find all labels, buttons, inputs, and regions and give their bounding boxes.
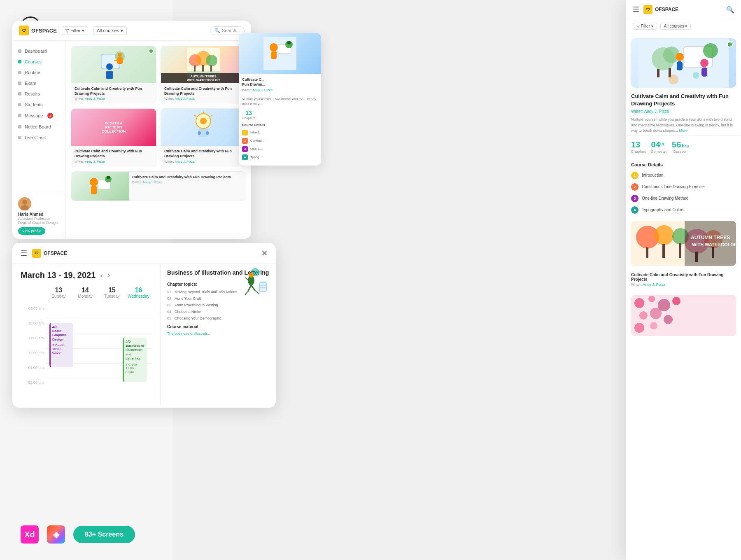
cal-left: March 13 - 19, 2021 ‹ › 13 Sunday 14 Mon… <box>12 264 161 406</box>
card-img-2: AUTUMN TREESWITH WATERCOLOR <box>161 46 246 83</box>
sidebar-item-routine[interactable]: Routine <box>12 67 65 78</box>
cal-close-icon[interactable]: ✕ <box>261 249 268 258</box>
ds-courses-btn[interactable]: All courses ▾ <box>93 26 127 35</box>
svg-rect-35 <box>271 51 277 59</box>
svg-point-45 <box>249 273 254 278</box>
svg-rect-53 <box>657 69 659 77</box>
dp-pattern-card[interactable]: DESIGN APATTERNCOLLECTION <box>631 295 736 336</box>
sidebar-item-students[interactable]: Students <box>12 99 65 110</box>
svg-text:AUTUMN TREES: AUTUMN TREES <box>691 235 730 240</box>
bottom-bar: Xd ◈ 83+ Screens <box>21 525 152 544</box>
svg-rect-47 <box>259 282 267 292</box>
sidebar-item-courses[interactable]: Courses <box>12 56 65 67</box>
course-card-5[interactable]: Cultivate Calm and Creativity with Fun D… <box>71 171 246 201</box>
dp-autumn-card[interactable]: AUTUMN TREES WITH WATERCOLOR <box>631 221 736 266</box>
dp-header: ☰ 🛡 OFSPACE 🔍 <box>626 0 741 19</box>
course-card-4[interactable]: Cultivate Calm and Creativity with Fun D… <box>161 108 246 167</box>
dp-autumn-title: Cultivate Calm and Creativity with Fun D… <box>626 271 741 282</box>
svg-point-10 <box>106 63 113 70</box>
card-writer-3: Writer: Andy J. Pizza <box>75 160 153 163</box>
cal-day-14: 14 Monday <box>72 287 99 299</box>
cal-topic-4: 04 Choose a Niche <box>167 310 269 314</box>
xd-icon: Xd <box>21 525 39 544</box>
svg-rect-62 <box>701 68 707 77</box>
svg-rect-16 <box>194 65 196 72</box>
dp-course-title: Cultivate Calm and Creativity with Fun D… <box>626 93 741 107</box>
dp-writer: Writer: Andy J. Pizza <box>626 107 741 115</box>
cal-topic-3: 03 From Practicing to Posting <box>167 303 269 307</box>
view-profile-button[interactable]: View profile <box>18 227 45 235</box>
ds-header: 🛡 OFSPACE ▽ Filter ▾ All courses ▾ 🔍 Sea… <box>12 21 251 41</box>
profile-name: Haris Ahmed <box>18 212 60 217</box>
dp-hero-img <box>631 38 736 88</box>
cal-date-range: March 13 - 19, 2021 <box>21 271 96 280</box>
dp-search-icon[interactable]: 🔍 <box>726 6 734 14</box>
course-card-2[interactable]: AUTUMN TREESWITH WATERCOLOR Cultivate Ca… <box>161 46 246 104</box>
course-card-1[interactable]: Cultivate Calm and Creativity with Fun D… <box>71 46 156 104</box>
detail-row-4: 4 Typog... <box>239 153 321 161</box>
ds-sidebar: Dashboard Courses Routine Exam Results S… <box>12 41 66 239</box>
nav-dot <box>18 92 21 96</box>
sidebar-item-exam[interactable]: Exam <box>12 78 65 89</box>
screens-button[interactable]: 83+ Screens <box>73 526 135 543</box>
cal-next-btn[interactable]: › <box>108 272 110 279</box>
card-body-5: Cultivate Calm and Creativity with Fun D… <box>129 172 246 201</box>
sidebar-item-noticeboard[interactable]: Notice Board <box>12 121 65 132</box>
middle-card: Cultivate C...Fun Drawin... Writer: Andy… <box>239 33 321 166</box>
cal-day-13: 13 Sunday <box>45 287 72 299</box>
avatar <box>18 197 31 210</box>
dp-logo-icon: 🛡 <box>643 5 652 14</box>
card-writer-1: Writer: Andy J. Pizza <box>75 97 153 100</box>
autumn-badge: AUTUMN TREESWITH WATERCOLOR <box>161 73 246 83</box>
card-img-5 <box>71 172 129 201</box>
svg-point-85 <box>650 322 657 329</box>
svg-rect-67 <box>646 247 648 258</box>
cal-event-basic-graphics[interactable]: 4/2 Basic Graphics Design 3 Credit 10:00… <box>49 323 73 367</box>
dp-autumn-writer: Writer: Andy J. Pizza <box>626 282 741 290</box>
cal-event-business-illustration[interactable]: 2/2 Business of Illustration and Letteri… <box>123 338 147 382</box>
card-body-3: Cultivate Calm and Creativity with Fun D… <box>71 146 156 166</box>
cal-time-grid: 09:00 am 10:00 am 11:00 am <box>21 304 152 393</box>
dp-section-title: Course Details <box>626 158 741 170</box>
svg-point-59 <box>676 53 684 61</box>
svg-point-34 <box>270 43 278 51</box>
card-title-5: Cultivate Calm and Creativity with Fun D… <box>132 175 242 180</box>
cal-logo-text: OFSPACE <box>44 250 67 256</box>
nav-dot <box>18 71 21 74</box>
card-writer-2: Writer: Andy J. Pizza <box>164 97 242 100</box>
sidebar-item-dashboard[interactable]: Dashboard <box>12 46 65 56</box>
sidebar-item-message[interactable]: Message 4 <box>12 110 65 121</box>
cal-day-15: 15 Tuesday <box>99 287 126 299</box>
sidebar-item-results[interactable]: Results <box>12 89 65 99</box>
svg-point-61 <box>700 59 708 67</box>
stat-duration: 56hrs Duration <box>672 140 689 154</box>
dp-filter-btn[interactable]: ▽ Filter ▾ <box>633 23 657 30</box>
sidebar-item-liveclass[interactable]: Live Class <box>12 132 65 143</box>
svg-point-3 <box>22 200 27 205</box>
profile-role: Assistant Professor <box>18 217 60 221</box>
svg-point-32 <box>107 176 110 179</box>
nav-dot <box>18 82 21 85</box>
cal-illustration <box>231 266 272 299</box>
ds-search[interactable]: 🔍 Search... <box>210 26 245 35</box>
dp-courses-btn[interactable]: All courses ▾ <box>660 23 691 30</box>
cal-material-link[interactable]: The business of illustrati... <box>167 331 269 336</box>
cal-prev-btn[interactable]: ‹ <box>100 272 103 279</box>
dp-logo-text: OFSPACE <box>655 7 678 12</box>
dp-course-item-4: 4 Typography and Colors <box>626 204 741 216</box>
cal-material-title: Course material <box>167 324 269 329</box>
svg-point-38 <box>287 41 291 44</box>
card-title-3: Cultivate Calm and Creativity with Fun D… <box>75 149 153 159</box>
detail-row-3: 3 One-li... <box>239 145 321 153</box>
card-img-3: DESIGN APATTERNCOLLECTION <box>71 109 156 146</box>
svg-point-65 <box>654 225 674 245</box>
dp-menu-icon[interactable]: ☰ <box>633 5 639 14</box>
svg-point-84 <box>634 323 644 333</box>
svg-point-15 <box>206 55 217 66</box>
card-body-4: Cultivate Calm and Creativity with Fun D… <box>161 146 246 166</box>
cal-menu-icon[interactable]: ☰ <box>21 249 27 258</box>
course-card-3[interactable]: DESIGN APATTERNCOLLECTION Cultivate Calm… <box>71 108 156 167</box>
ds-filter-btn[interactable]: ▽ Filter ▾ <box>62 26 88 35</box>
ds-logo-text: OFSPACE <box>31 28 57 34</box>
dp-more-link[interactable]: More <box>679 128 688 133</box>
